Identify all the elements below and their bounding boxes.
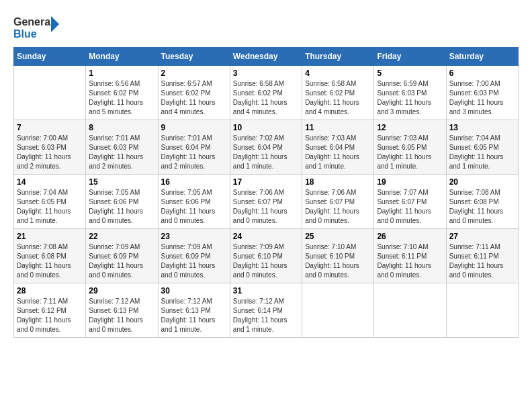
day-info: Sunrise: 7:01 AM Sunset: 6:03 PM Dayligh… [89, 134, 154, 171]
calendar-cell: 29Sunrise: 7:12 AM Sunset: 6:13 PM Dayli… [86, 283, 158, 338]
day-info: Sunrise: 7:03 AM Sunset: 6:04 PM Dayligh… [305, 134, 371, 171]
day-info: Sunrise: 6:57 AM Sunset: 6:02 PM Dayligh… [161, 79, 227, 117]
day-number: 23 [161, 232, 227, 241]
svg-text:General: General [13, 16, 54, 28]
day-info: Sunrise: 7:12 AM Sunset: 6:13 PM Dayligh… [161, 297, 227, 334]
calendar-cell: 30Sunrise: 7:12 AM Sunset: 6:13 PM Dayli… [158, 283, 230, 338]
svg-marker-2 [51, 16, 59, 32]
calendar-week-row: 21Sunrise: 7:08 AM Sunset: 6:08 PM Dayli… [14, 229, 519, 283]
day-number: 20 [449, 177, 515, 187]
calendar-cell: 17Sunrise: 7:06 AM Sunset: 6:07 PM Dayli… [230, 175, 302, 229]
calendar-cell: 9Sunrise: 7:01 AM Sunset: 6:04 PM Daylig… [158, 120, 230, 175]
day-number: 30 [161, 286, 227, 295]
day-info: Sunrise: 7:10 AM Sunset: 6:11 PM Dayligh… [377, 242, 443, 280]
header-sunday: Sunday [14, 48, 86, 66]
calendar-cell [374, 283, 446, 338]
calendar-cell: 27Sunrise: 7:11 AM Sunset: 6:11 PM Dayli… [446, 229, 518, 283]
day-info: Sunrise: 6:58 AM Sunset: 6:02 PM Dayligh… [233, 79, 299, 117]
day-number: 8 [89, 123, 154, 132]
day-number: 15 [89, 177, 154, 187]
header-wednesday: Wednesday [230, 48, 302, 66]
day-info: Sunrise: 7:04 AM Sunset: 6:05 PM Dayligh… [449, 134, 515, 171]
calendar-cell [14, 66, 86, 120]
day-number: 17 [233, 177, 299, 187]
calendar-cell: 7Sunrise: 7:00 AM Sunset: 6:03 PM Daylig… [14, 120, 86, 175]
day-info: Sunrise: 7:06 AM Sunset: 6:07 PM Dayligh… [233, 188, 299, 226]
calendar-cell: 24Sunrise: 7:09 AM Sunset: 6:10 PM Dayli… [230, 229, 302, 283]
calendar-cell: 18Sunrise: 7:06 AM Sunset: 6:07 PM Dayli… [302, 175, 374, 229]
day-number: 24 [233, 232, 299, 241]
calendar-cell: 5Sunrise: 6:59 AM Sunset: 6:03 PM Daylig… [374, 66, 446, 120]
calendar-cell: 25Sunrise: 7:10 AM Sunset: 6:10 PM Dayli… [302, 229, 374, 283]
header-monday: Monday [86, 48, 158, 66]
day-number: 2 [161, 68, 227, 78]
calendar-cell: 1Sunrise: 6:56 AM Sunset: 6:02 PM Daylig… [86, 66, 158, 120]
day-number: 14 [17, 177, 83, 187]
day-info: Sunrise: 7:04 AM Sunset: 6:05 PM Dayligh… [17, 188, 83, 226]
calendar-week-row: 14Sunrise: 7:04 AM Sunset: 6:05 PM Dayli… [14, 175, 519, 229]
logo: GeneralBlue [13, 13, 60, 40]
calendar-cell: 3Sunrise: 6:58 AM Sunset: 6:02 PM Daylig… [230, 66, 302, 120]
calendar-cell: 15Sunrise: 7:05 AM Sunset: 6:06 PM Dayli… [86, 175, 158, 229]
day-info: Sunrise: 7:05 AM Sunset: 6:06 PM Dayligh… [161, 188, 227, 226]
day-info: Sunrise: 7:00 AM Sunset: 6:03 PM Dayligh… [17, 134, 83, 171]
calendar-cell: 31Sunrise: 7:12 AM Sunset: 6:14 PM Dayli… [230, 283, 302, 338]
day-info: Sunrise: 7:10 AM Sunset: 6:10 PM Dayligh… [305, 242, 371, 280]
day-number: 27 [449, 232, 515, 241]
day-info: Sunrise: 7:08 AM Sunset: 6:08 PM Dayligh… [449, 188, 515, 226]
day-number: 22 [89, 232, 154, 241]
day-info: Sunrise: 7:11 AM Sunset: 6:12 PM Dayligh… [17, 297, 83, 334]
day-info: Sunrise: 7:08 AM Sunset: 6:08 PM Dayligh… [17, 242, 83, 280]
day-number: 19 [377, 177, 443, 187]
day-number: 28 [17, 286, 83, 295]
day-number: 13 [449, 123, 515, 132]
day-info: Sunrise: 7:03 AM Sunset: 6:05 PM Dayligh… [377, 134, 443, 171]
header-saturday: Saturday [446, 48, 518, 66]
calendar-cell: 20Sunrise: 7:08 AM Sunset: 6:08 PM Dayli… [446, 175, 518, 229]
day-info: Sunrise: 7:09 AM Sunset: 6:09 PM Dayligh… [161, 242, 227, 280]
calendar-header-row: SundayMondayTuesdayWednesdayThursdayFrid… [14, 48, 519, 66]
day-number: 25 [305, 232, 371, 241]
calendar-cell: 26Sunrise: 7:10 AM Sunset: 6:11 PM Dayli… [374, 229, 446, 283]
calendar-week-row: 28Sunrise: 7:11 AM Sunset: 6:12 PM Dayli… [14, 283, 519, 338]
day-info: Sunrise: 7:02 AM Sunset: 6:04 PM Dayligh… [233, 134, 299, 171]
calendar-cell: 23Sunrise: 7:09 AM Sunset: 6:09 PM Dayli… [158, 229, 230, 283]
calendar-cell: 11Sunrise: 7:03 AM Sunset: 6:04 PM Dayli… [302, 120, 374, 175]
day-number: 16 [161, 177, 227, 187]
day-info: Sunrise: 7:09 AM Sunset: 6:09 PM Dayligh… [89, 242, 154, 280]
calendar-cell: 10Sunrise: 7:02 AM Sunset: 6:04 PM Dayli… [230, 120, 302, 175]
calendar-cell: 13Sunrise: 7:04 AM Sunset: 6:05 PM Dayli… [446, 120, 518, 175]
day-info: Sunrise: 7:01 AM Sunset: 6:04 PM Dayligh… [161, 134, 227, 171]
day-number: 11 [305, 123, 371, 132]
calendar-cell: 6Sunrise: 7:00 AM Sunset: 6:03 PM Daylig… [446, 66, 518, 120]
calendar-table: SundayMondayTuesdayWednesdayThursdayFrid… [13, 47, 519, 338]
day-info: Sunrise: 7:05 AM Sunset: 6:06 PM Dayligh… [89, 188, 154, 226]
day-number: 7 [17, 123, 83, 132]
day-number: 26 [377, 232, 443, 241]
day-number: 10 [233, 123, 299, 132]
calendar-cell: 2Sunrise: 6:57 AM Sunset: 6:02 PM Daylig… [158, 66, 230, 120]
calendar-cell [302, 283, 374, 338]
day-number: 12 [377, 123, 443, 132]
svg-text:Blue: Blue [13, 28, 37, 40]
header-tuesday: Tuesday [158, 48, 230, 66]
day-info: Sunrise: 7:09 AM Sunset: 6:10 PM Dayligh… [233, 242, 299, 280]
calendar-cell: 21Sunrise: 7:08 AM Sunset: 6:08 PM Dayli… [14, 229, 86, 283]
day-info: Sunrise: 7:12 AM Sunset: 6:13 PM Dayligh… [89, 297, 154, 334]
calendar-cell: 28Sunrise: 7:11 AM Sunset: 6:12 PM Dayli… [14, 283, 86, 338]
day-number: 21 [17, 232, 83, 241]
calendar-cell: 8Sunrise: 7:01 AM Sunset: 6:03 PM Daylig… [86, 120, 158, 175]
logo-svg: GeneralBlue [13, 13, 60, 40]
calendar-cell: 4Sunrise: 6:58 AM Sunset: 6:02 PM Daylig… [302, 66, 374, 120]
day-info: Sunrise: 6:58 AM Sunset: 6:02 PM Dayligh… [305, 79, 371, 117]
calendar-week-row: 7Sunrise: 7:00 AM Sunset: 6:03 PM Daylig… [14, 120, 519, 175]
header-friday: Friday [374, 48, 446, 66]
page-header: GeneralBlue [13, 13, 519, 40]
day-number: 18 [305, 177, 371, 187]
day-info: Sunrise: 7:06 AM Sunset: 6:07 PM Dayligh… [305, 188, 371, 226]
day-info: Sunrise: 7:12 AM Sunset: 6:14 PM Dayligh… [233, 297, 299, 334]
calendar-cell: 14Sunrise: 7:04 AM Sunset: 6:05 PM Dayli… [14, 175, 86, 229]
calendar-cell: 22Sunrise: 7:09 AM Sunset: 6:09 PM Dayli… [86, 229, 158, 283]
day-number: 6 [449, 68, 515, 78]
day-number: 3 [233, 68, 299, 78]
